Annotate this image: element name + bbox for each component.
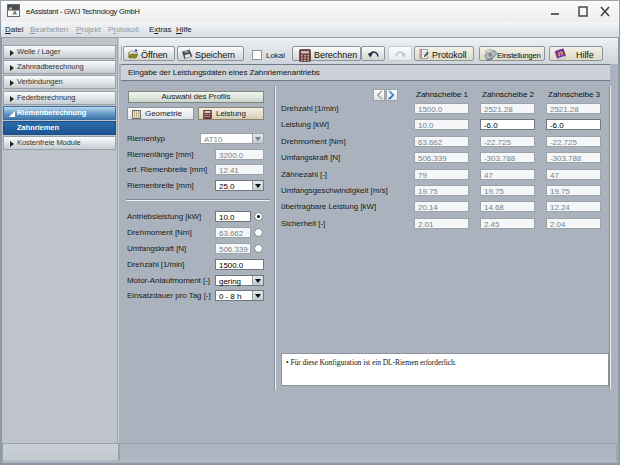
svg-text:A: A [13,10,18,16]
